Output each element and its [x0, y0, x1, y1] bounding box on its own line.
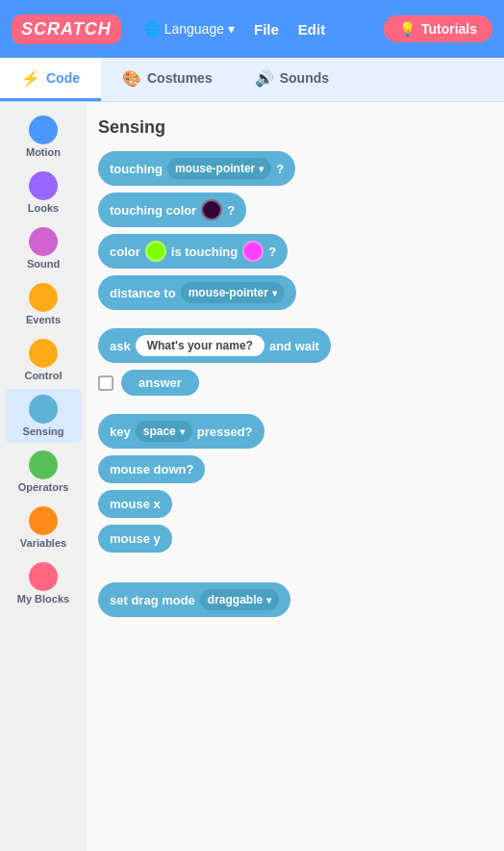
- tutorials-button[interactable]: 💡 Tutorials: [384, 15, 492, 42]
- control-dot: [29, 339, 58, 368]
- content-area: Sensing touching mouse-pointer ▾ ? touch…: [87, 102, 504, 851]
- sidebar-item-variables[interactable]: Variables: [5, 501, 82, 554]
- events-dot: [29, 283, 58, 312]
- key-pressed-block[interactable]: key space ▾ pressed?: [98, 414, 265, 449]
- drag-mode-block[interactable]: set drag mode draggable ▾: [98, 582, 290, 617]
- language-selector[interactable]: 🌐 Language ▾: [144, 21, 235, 37]
- drag-mode-dropdown[interactable]: draggable ▾: [200, 589, 279, 610]
- myblocks-label: My Blocks: [17, 593, 69, 605]
- costumes-icon: 🎨: [122, 69, 141, 88]
- chevron-down-icon: ▾: [228, 21, 235, 37]
- is-touching-text: is touching: [171, 245, 238, 259]
- and-wait-text: and wait: [269, 339, 319, 353]
- touching-text: touching: [110, 162, 163, 176]
- sensing-label: Sensing: [23, 426, 64, 437]
- sidebar-item-myblocks[interactable]: My Blocks: [5, 556, 82, 610]
- sidebar-item-events[interactable]: Events: [5, 277, 82, 331]
- touching-color-swatch[interactable]: [201, 199, 222, 220]
- looks-dot: [29, 171, 58, 200]
- topbar: SCRATCH 🌐 Language ▾ File Edit 💡 Tutoria…: [0, 0, 504, 58]
- color-touching-block[interactable]: color is touching ?: [98, 234, 288, 269]
- main-area: Motion Looks Sound Events Control Sensin…: [0, 102, 504, 851]
- file-menu[interactable]: File: [254, 21, 279, 38]
- touching-color-block-row: touching color ?: [98, 193, 492, 227]
- myblocks-dot: [29, 562, 58, 591]
- key-text: key: [110, 425, 131, 439]
- tab-code-label: Code: [46, 70, 80, 86]
- distance-to-text: distance to: [110, 286, 176, 300]
- language-label: Language: [164, 21, 224, 37]
- spacer-3: [98, 559, 492, 571]
- tabbar: ⚡ Code 🎨 Costumes 🔊 Sounds: [0, 58, 504, 102]
- tab-sounds[interactable]: 🔊 Sounds: [234, 58, 350, 101]
- mouse-down-block[interactable]: mouse down?: [98, 455, 205, 483]
- mouse-x-block-row: mouse x: [98, 490, 492, 518]
- key-pressed-block-row: key space ▾ pressed?: [98, 414, 492, 449]
- touching-color-block[interactable]: touching color ?: [98, 193, 246, 227]
- mouse-y-label: mouse y: [110, 531, 161, 546]
- section-title: Sensing: [98, 117, 492, 138]
- motion-label: Motion: [26, 146, 61, 158]
- mouse-y-block[interactable]: mouse y: [98, 525, 172, 553]
- chevron-down-icon: ▾: [272, 288, 277, 298]
- spacer-2: [98, 402, 492, 414]
- answer-row: answer: [98, 370, 492, 396]
- touching-block[interactable]: touching mouse-pointer ▾ ?: [98, 151, 295, 186]
- ask-input[interactable]: What's your name?: [136, 335, 265, 356]
- sidebar-item-motion[interactable]: Motion: [5, 110, 82, 164]
- sidebar-item-sensing[interactable]: Sensing: [5, 389, 82, 443]
- distance-to-block[interactable]: distance to mouse-pointer ▾: [98, 275, 296, 310]
- ask-block[interactable]: ask What's your name? and wait: [98, 328, 331, 363]
- tab-costumes-label: Costumes: [147, 70, 213, 86]
- pressed-text: pressed?: [197, 425, 253, 439]
- globe-icon: 🌐: [144, 21, 161, 37]
- sidebar-item-looks[interactable]: Looks: [5, 166, 82, 219]
- motion-dot: [29, 116, 58, 144]
- distance-dropdown-value: mouse-pointer: [189, 286, 268, 299]
- sound-dot: [29, 227, 58, 256]
- distance-dropdown[interactable]: mouse-pointer ▾: [181, 282, 285, 303]
- touching-dropdown-value: mouse-pointer: [175, 162, 255, 175]
- spacer-4: [98, 571, 492, 582]
- mouse-y-block-row: mouse y: [98, 525, 492, 553]
- answer-checkbox[interactable]: [98, 375, 113, 391]
- drag-mode-text: set drag mode: [110, 593, 195, 607]
- sidebar: Motion Looks Sound Events Control Sensin…: [0, 102, 87, 851]
- chevron-down-icon: ▾: [180, 426, 185, 437]
- sidebar-item-operators[interactable]: Operators: [5, 445, 82, 499]
- mouse-down-label: mouse down?: [110, 462, 193, 477]
- drag-mode-block-row: set drag mode draggable ▾: [98, 582, 492, 617]
- color-swatch-green[interactable]: [145, 241, 166, 262]
- tab-sounds-label: Sounds: [280, 70, 329, 86]
- topbar-nav: 🌐 Language ▾ File Edit: [144, 21, 325, 38]
- tutorials-label: Tutorials: [421, 21, 477, 37]
- drag-mode-dropdown-value: draggable: [208, 593, 263, 606]
- answer-block[interactable]: answer: [121, 370, 199, 396]
- scratch-logo[interactable]: SCRATCH: [12, 14, 121, 44]
- ask-text: ask: [110, 339, 131, 353]
- chevron-down-icon: ▾: [259, 164, 264, 174]
- operators-label: Operators: [18, 481, 69, 493]
- key-dropdown[interactable]: space ▾: [136, 421, 192, 442]
- events-label: Events: [26, 314, 61, 325]
- mouse-down-block-row: mouse down?: [98, 455, 492, 483]
- chevron-down-icon: ▾: [266, 595, 271, 606]
- sidebar-item-sound[interactable]: Sound: [5, 221, 82, 275]
- control-label: Control: [24, 370, 62, 381]
- tab-code[interactable]: ⚡ Code: [0, 58, 101, 101]
- mouse-x-block[interactable]: mouse x: [98, 490, 172, 518]
- mouse-x-label: mouse x: [110, 497, 161, 511]
- edit-menu[interactable]: Edit: [298, 21, 325, 38]
- color-swatch-pink[interactable]: [242, 241, 264, 262]
- sensing-dot: [29, 395, 58, 424]
- touching-dropdown[interactable]: mouse-pointer ▾: [167, 158, 271, 179]
- sound-label: Sound: [27, 258, 60, 270]
- touching-color-text: touching color: [110, 203, 196, 218]
- operators-dot: [29, 451, 58, 479]
- variables-dot: [29, 506, 58, 535]
- spacer-1: [98, 317, 492, 328]
- tab-costumes[interactable]: 🎨 Costumes: [101, 58, 234, 101]
- looks-label: Looks: [28, 202, 59, 214]
- sidebar-item-control[interactable]: Control: [5, 333, 82, 387]
- touching-block-row: touching mouse-pointer ▾ ?: [98, 151, 492, 186]
